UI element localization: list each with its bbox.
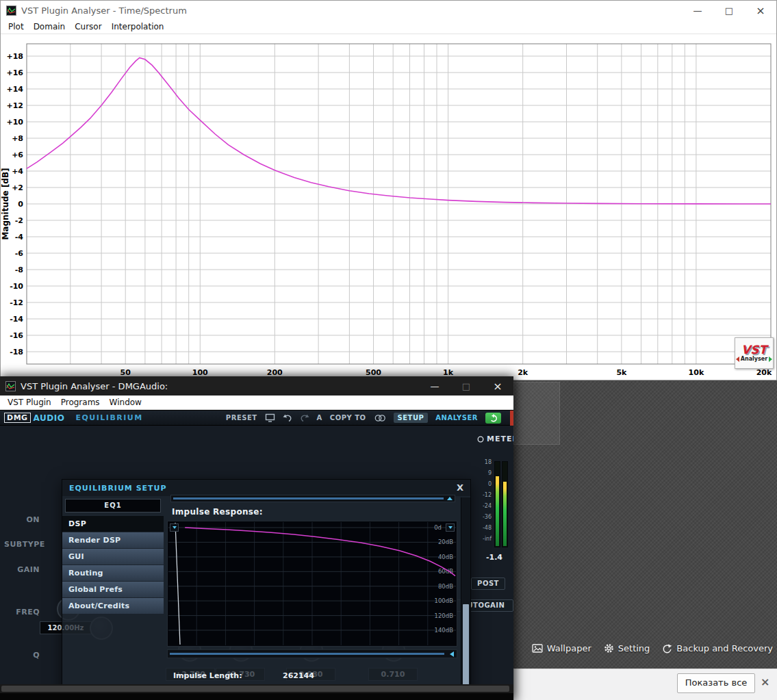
meter-scale-label: 9	[471, 468, 492, 479]
scroll-left-icon[interactable]	[450, 651, 454, 657]
meter-title: METER	[477, 435, 513, 443]
post-button[interactable]: POST	[471, 578, 505, 590]
impulse-db-label: 140dB	[435, 627, 454, 634]
range-dropdown-right[interactable]	[446, 523, 455, 532]
maximize-button[interactable]: □	[450, 376, 482, 396]
ab-slot-button[interactable]: A	[317, 414, 322, 422]
app-icon	[5, 381, 16, 391]
notification-close-icon[interactable]: ×	[761, 675, 769, 688]
window-horizontal-scrollbar[interactable]	[0, 684, 513, 693]
plugin-menubar: VST PluginProgramsWindow	[0, 396, 513, 410]
menu-cursor[interactable]: Cursor	[70, 20, 106, 34]
desktop-menu-backup-and-recovery[interactable]: Backup and Recovery	[662, 643, 773, 653]
y-tick: +14	[6, 85, 23, 94]
setting-label-impulse-length: Impulse Length:	[173, 671, 279, 680]
logo-vst-text: VST	[741, 344, 767, 356]
setup-tab-dsp[interactable]: DSP	[62, 515, 164, 532]
setup-tab-render-dsp[interactable]: Render DSP	[62, 532, 164, 548]
desktop-menu-wallpaper[interactable]: Wallpaper	[532, 643, 591, 653]
x-tick: 10k	[689, 368, 704, 377]
maximize-button[interactable]: □	[713, 1, 745, 20]
plugin-window: VST Plugin Analyser - DMGAudio: — □ × VS…	[0, 376, 513, 700]
scrollbar-thumb[interactable]	[1, 686, 509, 692]
close-button[interactable]: ×	[482, 376, 513, 396]
meter-scale: 1890-12-24-36-48-inf	[471, 457, 492, 545]
meter-scale-label: -24	[471, 501, 492, 512]
analyser-titlebar: VST Plugin Analyser - Time/Spectrum — □ …	[1, 1, 776, 20]
setup-tab-global-prefs[interactable]: Global Prefs	[62, 581, 164, 597]
meter-scale-label: -48	[471, 523, 492, 534]
app-icon	[6, 5, 16, 16]
redo-icon[interactable]	[300, 414, 309, 422]
desktop-menu-setting[interactable]: Setting	[604, 643, 650, 653]
dialog-top-scrollbar[interactable]	[170, 495, 455, 502]
minimize-button[interactable]: —	[682, 1, 713, 20]
y-tick: -4	[15, 233, 24, 242]
menu-window[interactable]: Window	[105, 396, 147, 409]
eq-name-field[interactable]: EQ1	[65, 499, 161, 513]
setup-tab-about-credits[interactable]: About/Credits	[62, 597, 164, 614]
menu-vst-plugin[interactable]: VST Plugin	[3, 396, 56, 409]
y-tick: +2	[12, 183, 23, 192]
window-title: VST Plugin Analyser - Time/Spectrum	[21, 5, 187, 16]
wallpaper-icon	[532, 644, 543, 653]
power-button[interactable]	[485, 413, 501, 424]
y-tick: -2	[15, 216, 23, 225]
impulse-db-label: 100dB	[435, 597, 454, 604]
band-label-gain: GAIN	[4, 565, 40, 574]
plugin-toolbar: DMG AUDIO EQUILIBRIUM PRESET A COPY TO	[0, 411, 513, 426]
ab-compare-icon[interactable]	[374, 414, 386, 422]
audio-logo: AUDIO	[34, 413, 65, 423]
logo-left-arrow-icon	[736, 357, 739, 362]
magnitude-curve	[27, 57, 771, 204]
meter-bar-left	[494, 461, 500, 547]
meter-scale-label: 18	[471, 457, 492, 468]
band-label-freq: FREQ	[4, 608, 40, 617]
dmg-logo: DMG	[4, 413, 31, 423]
impulse-db-label: 120dB	[435, 612, 454, 619]
meter-scale-label: -36	[471, 512, 492, 523]
preset-button[interactable]: PRESET	[226, 414, 257, 422]
equilibrium-setup-dialog: EQUILIBRIUM SETUP X EQ1 DSPRender DSPGUI…	[62, 479, 471, 684]
product-name: EQUILIBRIUM	[75, 413, 142, 422]
monitor-icon[interactable]	[265, 413, 275, 422]
desktop: WallpaperSettingBackup and Recovery Пока…	[0, 0, 777, 700]
close-button[interactable]: ×	[745, 1, 776, 20]
menu-interpolation[interactable]: Interpolation	[107, 20, 169, 34]
impulse-scrollbar[interactable]	[167, 649, 457, 658]
scroll-up-icon[interactable]	[447, 497, 453, 500]
record-strip	[510, 411, 513, 426]
vst-analyser-logo: VST Analyser	[735, 337, 774, 369]
y-tick: -10	[10, 282, 23, 291]
y-tick: +12	[6, 101, 23, 110]
y-tick: -16	[10, 331, 23, 340]
dialog-vertical-scrollbar[interactable]	[461, 497, 470, 684]
dialog-title: EQUILIBRIUM SETUP	[69, 484, 167, 493]
menu-plot[interactable]: Plot	[3, 20, 29, 34]
dialog-close-button[interactable]: X	[454, 482, 466, 493]
menu-domain[interactable]: Domain	[29, 20, 71, 34]
desktop-icon-highlight	[513, 382, 560, 445]
meter-scale-label: -inf	[471, 534, 492, 545]
setup-tab-gui[interactable]: GUI	[62, 548, 164, 565]
y-tick: +16	[6, 68, 23, 77]
show-all-button[interactable]: Показать все	[677, 673, 755, 693]
y-tick: -6	[15, 249, 24, 258]
setup-tab-routing[interactable]: Routing	[62, 565, 164, 581]
undo-icon[interactable]	[283, 414, 292, 422]
scrollbar-thumb[interactable]	[463, 604, 469, 684]
analyser-window: VST Plugin Analyser - Time/Spectrum — □ …	[0, 0, 777, 380]
minimize-button[interactable]: —	[419, 376, 450, 396]
menu-programs[interactable]: Programs	[56, 396, 105, 409]
x-tick: 20k	[756, 368, 772, 377]
magnitude-plot[interactable]: +18+16+14+12+10+8+6+4+20-2-4-6-8-10-12-1…	[1, 34, 776, 380]
range-dropdown-left[interactable]	[170, 523, 179, 532]
desktop-menu-label: Backup and Recovery	[676, 643, 773, 653]
impulse-db-label: 40dB	[438, 554, 453, 560]
analyser-button[interactable]: ANALYSER	[435, 414, 478, 422]
setup-button[interactable]: SETUP	[394, 413, 429, 423]
window-title: VST Plugin Analyser - DMGAudio:	[21, 381, 168, 391]
backup-icon	[662, 644, 672, 653]
y-tick: +6	[12, 151, 23, 159]
copy-to-button[interactable]: COPY TO	[330, 414, 366, 422]
